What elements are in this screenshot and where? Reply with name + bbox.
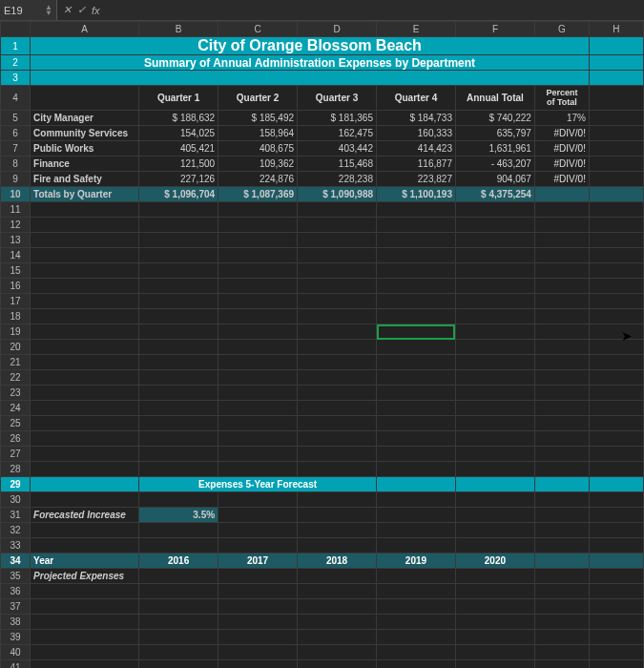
cell-error[interactable]: #DIV/0! <box>534 126 589 141</box>
row-header[interactable]: 7 <box>1 141 31 157</box>
row-header[interactable]: 36 <box>1 584 31 599</box>
dept-label[interactable]: Finance <box>31 157 139 172</box>
cell[interactable]: 109,362 <box>218 157 298 172</box>
cell[interactable]: $ 1,100,193 <box>377 187 456 202</box>
cell[interactable]: 115,468 <box>298 157 377 172</box>
cell[interactable]: 158,964 <box>218 126 298 141</box>
row-header[interactable]: 27 <box>1 447 31 462</box>
col-label[interactable]: Percentof Total <box>534 86 589 111</box>
cell[interactable]: 1,631,961 <box>455 141 534 157</box>
cell[interactable]: $ 185,492 <box>218 111 298 126</box>
row-header[interactable]: 9 <box>1 172 31 187</box>
sheet-subtitle[interactable]: Summary of Annual Administration Expense… <box>31 55 590 71</box>
cell-error[interactable]: #DIV/0! <box>534 172 589 187</box>
cell[interactable]: 403,442 <box>298 141 377 157</box>
row-header[interactable]: 6 <box>1 126 31 141</box>
col-header[interactable]: A <box>31 22 139 37</box>
row-header[interactable]: 30 <box>1 492 31 508</box>
cell[interactable]: 223,827 <box>377 172 456 187</box>
row-header[interactable]: 19 <box>1 324 31 340</box>
dept-label[interactable]: City Manager <box>31 111 139 126</box>
cell-error[interactable]: #DIV/0! <box>534 141 589 157</box>
row-header[interactable]: 8 <box>1 157 31 172</box>
row-header[interactable]: 31 <box>1 508 31 523</box>
forecast-title[interactable]: Expenses 5-Year Forecast <box>139 477 377 492</box>
row-header[interactable]: 20 <box>1 340 31 355</box>
col-header[interactable]: C <box>218 22 298 37</box>
row-header[interactable]: 22 <box>1 370 31 386</box>
row-header[interactable]: 34 <box>1 553 31 569</box>
formula-input[interactable] <box>106 0 644 20</box>
cell[interactable]: 227,126 <box>139 172 218 187</box>
forecast-inc-label[interactable]: Forecasted Increase <box>31 508 139 523</box>
spreadsheet-grid[interactable]: A B C D E F G H 1 City of Orange Blossom… <box>0 21 644 668</box>
cell[interactable]: 162,475 <box>298 126 377 141</box>
cell[interactable]: 2016 <box>139 553 218 569</box>
cell[interactable]: 2020 <box>455 553 534 569</box>
select-all-cell[interactable] <box>1 22 31 37</box>
active-cell[interactable] <box>377 324 456 340</box>
col-header[interactable]: H <box>589 22 643 37</box>
col-label[interactable]: Quarter 2 <box>218 86 298 111</box>
cell[interactable]: $ 1,090,988 <box>298 187 377 202</box>
name-box-dropdown-icon[interactable]: ▲▼ <box>45 5 52 16</box>
dept-label[interactable]: Community Services <box>31 126 139 141</box>
name-box[interactable]: E19 ▲▼ <box>0 0 57 20</box>
row-header[interactable]: 21 <box>1 355 31 370</box>
cell[interactable]: 904,067 <box>455 172 534 187</box>
row-header[interactable]: 13 <box>1 233 31 248</box>
forecast-inc-value[interactable]: 3.5% <box>139 508 218 523</box>
row-header[interactable]: 23 <box>1 386 31 401</box>
row-header[interactable]: 16 <box>1 279 31 294</box>
row-header[interactable]: 3 <box>1 71 31 86</box>
col-label[interactable]: Quarter 1 <box>139 86 218 111</box>
row-header[interactable]: 25 <box>1 416 31 431</box>
row-header[interactable]: 17 <box>1 294 31 309</box>
cell[interactable]: $ 4,375,254 <box>455 187 534 202</box>
col-label[interactable]: Annual Total <box>455 86 534 111</box>
row-header[interactable]: 11 <box>1 202 31 218</box>
cell[interactable]: $ 1,096,704 <box>139 187 218 202</box>
col-label[interactable]: Quarter 3 <box>298 86 377 111</box>
cell[interactable]: $ 184,733 <box>377 111 456 126</box>
cell[interactable]: 414,423 <box>377 141 456 157</box>
row-header[interactable]: 39 <box>1 630 31 645</box>
cell[interactable]: 405,421 <box>139 141 218 157</box>
row-header[interactable]: 1 <box>1 37 31 55</box>
row-header[interactable]: 41 <box>1 660 31 669</box>
row-header[interactable]: 18 <box>1 309 31 324</box>
cell[interactable]: $ 740,222 <box>455 111 534 126</box>
cell[interactable]: 121,500 <box>139 157 218 172</box>
row-header[interactable]: 12 <box>1 218 31 233</box>
row-header[interactable]: 40 <box>1 645 31 660</box>
row-header[interactable]: 4 <box>1 86 31 111</box>
totals-label[interactable]: Totals by Quarter <box>31 187 139 202</box>
year-label[interactable]: Year <box>31 553 139 569</box>
cell[interactable]: 224,876 <box>218 172 298 187</box>
cell[interactable]: 228,238 <box>298 172 377 187</box>
row-header[interactable]: 5 <box>1 111 31 126</box>
row-header[interactable]: 37 <box>1 599 31 615</box>
col-header[interactable]: B <box>139 22 218 37</box>
row-header[interactable]: 38 <box>1 615 31 630</box>
row-header[interactable]: 2 <box>1 55 31 71</box>
dept-label[interactable]: Fire and Safety <box>31 172 139 187</box>
row-header[interactable]: 24 <box>1 401 31 416</box>
cell[interactable]: 408,675 <box>218 141 298 157</box>
col-header[interactable]: E <box>377 22 456 37</box>
cell[interactable]: $ 1,087,369 <box>218 187 298 202</box>
cell[interactable]: 635,797 <box>455 126 534 141</box>
row-header[interactable]: 15 <box>1 263 31 279</box>
cell[interactable]: 17% <box>534 111 589 126</box>
cell[interactable]: - 463,207 <box>455 157 534 172</box>
row-header[interactable]: 26 <box>1 431 31 447</box>
row-header[interactable]: 14 <box>1 248 31 263</box>
cell[interactable]: 2019 <box>377 553 456 569</box>
cell[interactable]: 2018 <box>298 553 377 569</box>
cell[interactable]: 2017 <box>218 553 298 569</box>
cell[interactable]: 116,877 <box>377 157 456 172</box>
col-label[interactable]: Quarter 4 <box>377 86 456 111</box>
confirm-icon[interactable]: ✓ <box>77 4 86 16</box>
col-header[interactable]: D <box>298 22 377 37</box>
sheet-title[interactable]: City of Orange Blossom Beach <box>31 37 590 55</box>
